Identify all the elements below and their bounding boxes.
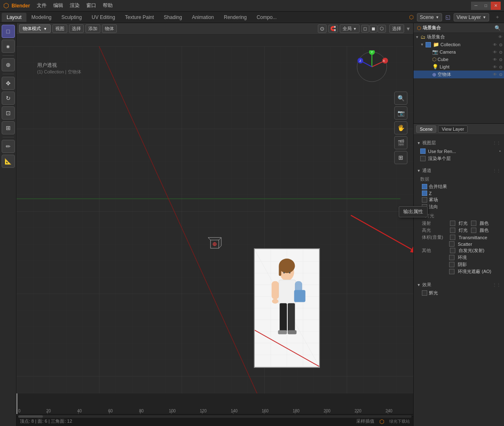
scene-icon: ⬡ <box>409 14 414 20</box>
svg-text:220: 220 <box>355 409 362 413</box>
scene-tree-filter[interactable]: 🔍 <box>495 25 501 31</box>
svg-text:X: X <box>383 59 385 63</box>
mist-checkbox[interactable] <box>422 197 427 202</box>
scatter-row: Scatter <box>420 241 501 247</box>
prop-tab-scene[interactable]: Scene <box>416 125 436 133</box>
selection-btn[interactable]: 选择 <box>389 24 404 33</box>
win-maximize-btn[interactable]: □ <box>481 2 491 10</box>
svg-rect-40 <box>278 330 287 334</box>
tab-rendering[interactable]: Rendering <box>219 13 251 22</box>
prop-tab-view-layer[interactable]: View Layer <box>438 125 468 133</box>
select-mode-btn[interactable]: ◻ <box>361 25 369 33</box>
quad-view-btn[interactable]: ⊞ <box>394 151 407 164</box>
tree-item-collection[interactable]: ▼ 📁 Collection 👁 ⊙ <box>414 41 504 48</box>
tab-texture-paint[interactable]: Texture Paint <box>120 13 159 22</box>
select-menu[interactable]: 选择 <box>69 24 84 33</box>
rotate-tool[interactable]: ↻ <box>2 92 15 105</box>
view-layer-selector[interactable]: View Layer ▼ <box>454 13 489 21</box>
select-mode-btn2[interactable]: ◼ <box>369 25 377 33</box>
glossy-row: 高光 灯光 颜色 <box>420 227 501 234</box>
svg-line-8 <box>219 246 221 248</box>
tree-item-empty[interactable]: ▶ ⊕ 空物体 👁 ⊙ <box>414 71 504 78</box>
emit-checkbox[interactable] <box>450 248 455 253</box>
tab-compositing[interactable]: Compo... <box>252 13 282 22</box>
svg-text:180: 180 <box>293 409 300 413</box>
diffuse-color-checkbox[interactable] <box>471 221 476 226</box>
tab-modeling[interactable]: Modeling <box>26 13 57 22</box>
z-checkbox[interactable] <box>422 191 427 196</box>
scatter-checkbox[interactable] <box>449 241 454 247</box>
menu-file[interactable]: 文件 <box>33 1 50 10</box>
svg-text:60: 60 <box>108 409 113 413</box>
win-close-btn[interactable]: ✕ <box>491 2 501 10</box>
scene-dropdown-icon: ▼ <box>435 15 439 19</box>
svg-text:120: 120 <box>200 409 207 413</box>
render-single-layer-label: 渲染单个层 <box>428 155 451 162</box>
tree-item-cube[interactable]: ▶ ⬡ Cube 👁 ⊙ <box>414 56 504 63</box>
svg-line-7 <box>219 238 221 240</box>
passes-section-title: 通道 <box>422 167 431 174</box>
select-mode-btn3[interactable]: ⬡ <box>378 25 386 33</box>
normal-row: 法向 <box>420 203 501 210</box>
passes-section-header[interactable]: ▼ 通道 ⋮⋮ <box>417 166 501 175</box>
use-for-render-checkbox[interactable] <box>420 148 426 154</box>
tab-animation[interactable]: Animation <box>187 13 219 22</box>
cube-tree-icon: ⬡ <box>432 56 436 62</box>
selection-dropdown[interactable]: ▼ <box>406 26 411 32</box>
cursor-tool[interactable]: ⊕ <box>2 58 15 71</box>
view-layer-section-header[interactable]: ▼ 视图层 ⋮⋮ <box>417 138 501 148</box>
annotate-tool[interactable]: ✏ <box>2 140 15 153</box>
win-minimize-btn[interactable]: ─ <box>471 2 481 10</box>
glossy-color-checkbox[interactable] <box>471 228 476 233</box>
timeline-ruler[interactable]: 0 20 40 60 80 100 120 140 <box>17 393 413 414</box>
snap-btn[interactable]: 🧲 <box>328 25 338 33</box>
ao-checkbox[interactable] <box>449 269 454 274</box>
orbit-btn[interactable]: 🖐 <box>394 121 407 134</box>
object-menu[interactable]: 物体 <box>102 24 117 33</box>
global-local-btn[interactable]: 全局 ▼ <box>340 24 360 33</box>
tree-item-scene-collection[interactable]: ▼ 🗂 场景集合 👁 <box>414 33 504 41</box>
tree-item-camera[interactable]: ▶ 📷 Camera 👁 ⊙ <box>414 48 504 56</box>
tree-item-light[interactable]: ▶ 💡 Light 👁 ⊙ <box>414 63 504 71</box>
viewport-gizmo[interactable]: X Y Z <box>355 50 388 83</box>
env-checkbox[interactable] <box>449 255 454 260</box>
empty-label: 空物体 <box>438 71 492 78</box>
zoom-in-btn[interactable]: 🔍 <box>394 92 407 105</box>
select-circle-tool[interactable]: ◉ <box>2 40 15 53</box>
diffuse-light-checkbox[interactable] <box>450 221 455 226</box>
tab-layout[interactable]: Layout <box>2 13 26 22</box>
move-tool[interactable]: ✥ <box>2 77 15 90</box>
scale-tool[interactable]: ⊡ <box>2 106 15 120</box>
svg-text:0: 0 <box>18 409 21 413</box>
measure-tool[interactable]: 📐 <box>2 155 15 168</box>
render-single-layer-checkbox[interactable] <box>420 156 426 161</box>
tab-sculpting[interactable]: Sculpting <box>57 13 87 22</box>
mode-selector[interactable]: 物体模式 ▼ <box>19 24 51 33</box>
view-menu[interactable]: 视图 <box>52 24 67 33</box>
bloom-checkbox[interactable] <box>422 290 427 296</box>
glossy-light-checkbox[interactable] <box>450 228 455 233</box>
svg-text:80: 80 <box>139 409 144 413</box>
menu-render[interactable]: 渲染 <box>66 1 83 10</box>
camera-perspective-btn[interactable]: 📷 <box>394 106 407 120</box>
transmittance-checkbox[interactable] <box>450 235 455 240</box>
add-workspace-btn[interactable]: ＋ <box>492 13 502 21</box>
add-menu[interactable]: 添加 <box>85 24 100 33</box>
combined-checkbox[interactable] <box>422 184 427 189</box>
view-info-overlay: 用户透视 (1) Collection | 空物体 <box>37 62 81 75</box>
menu-window[interactable]: 窗口 <box>83 1 99 10</box>
svg-text:20: 20 <box>46 409 51 413</box>
tab-uv-editing[interactable]: UV Editing <box>87 13 120 22</box>
tab-shading[interactable]: Shading <box>159 13 187 22</box>
viewport-content[interactable]: 用户透视 (1) Collection | 空物体 <box>17 46 413 395</box>
render-view-btn[interactable]: 🎬 <box>394 136 407 149</box>
select-mode-row: ◻ ◼ ⬡ <box>361 25 386 33</box>
shadow-checkbox[interactable] <box>449 262 454 267</box>
select-box-tool[interactable]: □ <box>2 25 15 38</box>
effects-section-header[interactable]: ▼ 效果 ⋮⋮ <box>417 280 501 289</box>
transform-tool[interactable]: ⊞ <box>2 121 15 134</box>
menu-help[interactable]: 帮助 <box>99 1 116 10</box>
menu-edit[interactable]: 编辑 <box>50 1 66 10</box>
proportional-edit-btn[interactable]: ⊙ <box>318 24 327 33</box>
scene-selector[interactable]: Scene ▼ <box>417 13 442 21</box>
